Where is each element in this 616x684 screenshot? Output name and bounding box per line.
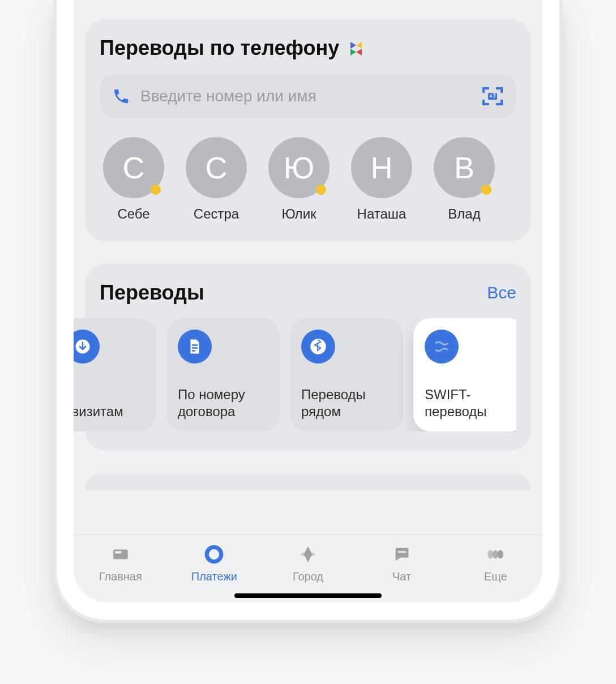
avatar-initial: Ю <box>284 150 315 185</box>
recv-icon <box>74 330 100 364</box>
transfer-tile-recv[interactable]: квизитам <box>74 318 156 431</box>
svg-point-16 <box>498 550 503 559</box>
phone-icon <box>112 87 130 105</box>
avatar-initial: В <box>454 150 474 185</box>
transfer-tile-globe[interactable]: SWIFT-переводы <box>413 318 516 431</box>
transfers-card: Переводы Все квизитам По номеру договора… <box>85 264 531 451</box>
home-icon <box>109 543 132 566</box>
card-peek-bottom <box>85 473 531 490</box>
avatar-initial: Н <box>371 150 393 185</box>
tab-diamond[interactable]: Город <box>266 543 350 583</box>
transfer-tile-bt[interactable]: Переводы рядом <box>290 318 403 431</box>
transfers-all-link[interactable]: Все <box>487 283 516 302</box>
phone-search-input[interactable]: Введите номер или имя +7 <box>100 75 516 118</box>
avatar: С <box>186 137 247 198</box>
transfers-header: Переводы Все <box>100 281 516 305</box>
tab-chat[interactable]: Чат <box>360 543 444 583</box>
avatar: Н <box>351 137 412 198</box>
status-dot-icon <box>151 185 161 195</box>
svg-point-14 <box>487 550 493 559</box>
contact-name: Влад <box>448 206 480 222</box>
tile-label: SWIFT-переводы <box>425 386 515 420</box>
svg-marker-1 <box>356 42 362 49</box>
tab-label: Чат <box>392 570 411 583</box>
contact-name: Наташа <box>357 206 407 222</box>
contact-name: Себе <box>117 206 149 222</box>
bt-icon <box>301 330 335 364</box>
device-frame: Переводы по телефону <box>53 0 563 623</box>
svg-point-12 <box>207 547 222 562</box>
contact-name: Юлик <box>281 206 316 222</box>
phone-input-placeholder: Введите номер или имя <box>140 87 471 105</box>
transfers-title: Переводы <box>100 281 204 305</box>
circle-icon <box>203 543 225 566</box>
svg-text:+7: +7 <box>489 93 496 99</box>
svg-marker-3 <box>356 49 362 55</box>
avatar-initial: С <box>123 150 145 185</box>
device-button-mute <box>53 40 57 85</box>
svg-rect-13 <box>397 551 405 553</box>
tab-bar: Главная Платежи Город Чат Еще <box>74 535 542 602</box>
tile-label: квизитам <box>74 403 145 420</box>
phone-transfers-card: Переводы по телефону <box>85 19 531 241</box>
svg-point-8 <box>433 337 450 355</box>
transfer-tiles-row[interactable]: квизитам По номеру договора Переводы ряд… <box>74 318 516 431</box>
avatar: С <box>103 137 164 198</box>
contact-name: Сестра <box>194 206 239 222</box>
avatar-initial: С <box>206 150 228 185</box>
tile-label: По номеру договора <box>178 386 268 420</box>
svg-point-15 <box>493 550 498 559</box>
device-button-volume <box>53 102 57 164</box>
tile-label: Переводы рядом <box>301 386 392 420</box>
screen: Переводы по телефону <box>74 0 542 602</box>
status-dot-icon <box>481 185 491 195</box>
svg-rect-10 <box>113 550 128 559</box>
sbp-icon <box>347 39 365 57</box>
svg-rect-11 <box>115 551 121 553</box>
content-scroll[interactable]: Переводы по телефону <box>74 0 542 535</box>
avatar: В <box>434 137 495 198</box>
tab-label: Платежи <box>191 570 237 583</box>
diamond-icon <box>297 543 319 566</box>
contact-Наташа[interactable]: Н Наташа <box>348 137 416 222</box>
tab-home[interactable]: Главная <box>78 543 163 583</box>
contact-Юлик[interactable]: Ю Юлик <box>265 137 333 222</box>
chat-icon <box>391 543 413 566</box>
globe-icon <box>425 330 459 364</box>
svg-marker-0 <box>350 42 356 49</box>
tab-more[interactable]: Еще <box>453 543 538 583</box>
scan-number-button[interactable]: +7 <box>481 85 504 108</box>
svg-marker-2 <box>350 49 356 55</box>
transfer-tile-doc[interactable]: По номеру договора <box>166 318 280 431</box>
avatar: Ю <box>268 137 330 198</box>
device-button-power <box>559 45 563 125</box>
tab-label: Город <box>293 570 323 583</box>
tab-label: Еще <box>484 570 507 583</box>
status-dot-icon <box>316 185 326 195</box>
more-icon <box>484 543 507 566</box>
stage: Переводы по телефону <box>0 0 616 684</box>
phone-section-title: Переводы по телефону <box>100 36 339 60</box>
tab-circle[interactable]: Платежи <box>172 543 256 583</box>
contact-Влад[interactable]: В Влад <box>430 137 498 222</box>
tab-label: Главная <box>99 570 142 583</box>
home-indicator <box>234 593 382 598</box>
contact-Сестра[interactable]: С Сестра <box>182 137 250 222</box>
phone-section-title-row: Переводы по телефону <box>100 36 516 60</box>
contact-Себе[interactable]: С Себе <box>100 137 168 222</box>
doc-icon <box>178 330 212 364</box>
contacts-row[interactable]: С Себе С Сестра Ю Юлик Н Наташа В Влад <box>100 137 516 222</box>
